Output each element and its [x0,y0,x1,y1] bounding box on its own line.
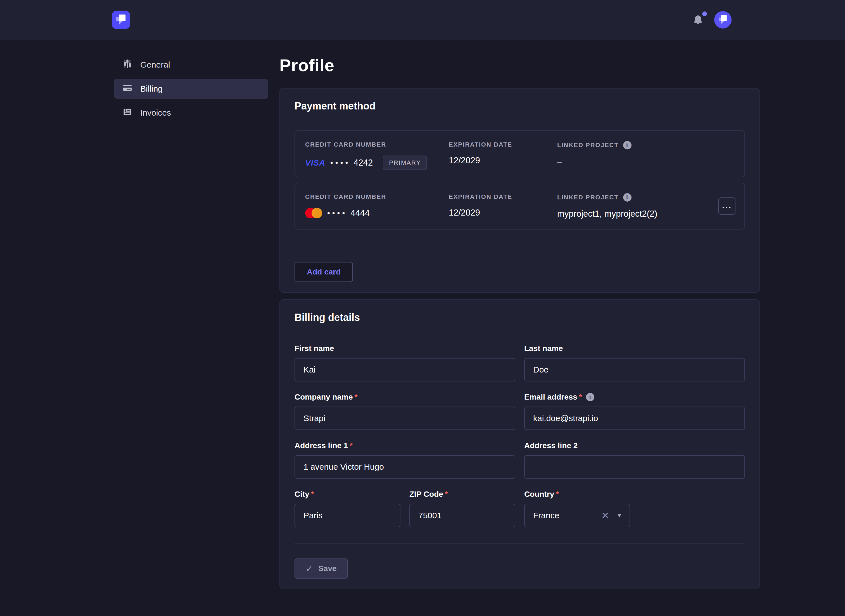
sidebar-item-invoices[interactable]: $ Invoices [114,103,268,123]
save-button-label: Save [318,564,337,573]
first-name-field[interactable] [294,358,515,381]
address-line2-group: Address line 2 [524,441,745,479]
billing-details-card: Billing details First name Last name [279,299,760,589]
linked-project-label: LINKED PROJECT i [557,193,734,202]
city-label: City * [294,490,400,499]
masked-digits: •••• [330,158,350,167]
required-asterisk: * [579,393,582,402]
zip-label: ZIP Code * [409,490,515,499]
country-select[interactable]: France ✕ ▼ [524,504,630,527]
invoice-icon: $ [122,107,132,119]
address-line1-label: Address line 1 * [294,441,515,450]
expiration-value: 12/2029 [449,155,557,166]
check-icon: ✓ [306,564,313,573]
profile-content: Profile Payment method CREDIT CARD NUMBE… [279,55,760,612]
linked-project-label-text: LINKED PROJECT [557,194,619,201]
card-number-label: CREDIT CARD NUMBER [305,141,449,148]
page-title: Profile [279,55,760,75]
avatar-strapi-mark-icon [716,13,729,27]
company-name-field[interactable] [294,406,515,430]
label-text: Company name [294,393,353,402]
empty-grid-cell [639,490,745,527]
info-icon[interactable]: i [623,193,632,202]
required-asterisk: * [354,393,358,402]
expiration-cell: EXPIRATION DATE 12/2029 [449,141,557,177]
label-text: Email address [524,393,577,402]
sidebar-item-label: Invoices [140,108,171,117]
label-text: Address line 1 [294,441,348,450]
expiration-value: 12/2029 [449,208,557,218]
label-text: Address line 2 [524,441,578,450]
address-line1-group: Address line 1 * [294,441,515,479]
card-last4: 4444 [350,208,370,218]
sliders-icon [122,59,132,71]
address-line2-field[interactable] [524,455,745,479]
city-group: City * [294,490,400,527]
chevron-down-icon[interactable]: ▼ [616,512,622,519]
card-number-label: CREDIT CARD NUMBER [305,193,449,201]
linked-project-cell: LINKED PROJECT i myproject1, myproject2(… [557,193,734,229]
mastercard-logo [305,208,322,219]
country-group: Country * France ✕ ▼ [524,490,630,527]
billing-form-grid: First name Last name Company name * [294,344,745,479]
linked-project-label: LINKED PROJECT i [557,141,734,150]
credit-card-icon [122,83,132,95]
payment-method-card: Payment method CREDIT CARD NUMBER VISA •… [279,88,760,293]
email-group: Email address * i [524,393,745,430]
info-icon[interactable]: i [623,141,632,150]
last-name-label: Last name [524,344,745,353]
card-number-cell: CREDIT CARD NUMBER VISA •••• 4242 PRIMAR… [305,141,449,177]
label-text: Country [524,490,554,499]
last-name-field[interactable] [524,358,745,381]
first-name-group: First name [294,344,515,381]
navbar-right-cluster [692,11,732,28]
company-name-group: Company name * [294,393,515,430]
card-number-value: VISA •••• 4242 PRIMARY [305,155,449,170]
notifications-button[interactable] [692,14,704,26]
card-number-value: •••• 4444 [305,208,449,219]
sidebar-item-billing[interactable]: Billing [114,79,268,99]
linked-project-cell: LINKED PROJECT i – [557,141,734,177]
city-field[interactable] [294,504,400,527]
expiration-label: EXPIRATION DATE [449,193,557,201]
card-more-actions-button[interactable]: ... [718,197,735,215]
main-layout: General Billing $ [0,40,845,612]
city-zip-country-row: City * ZIP Code * Country * [294,490,745,527]
notification-dot [702,12,707,16]
linked-project-label-text: LINKED PROJECT [557,142,619,149]
payment-method-title: Payment method [294,100,745,112]
company-name-label: Company name * [294,393,515,402]
address-line1-field[interactable] [294,455,515,479]
save-button[interactable]: ✓ Save [294,559,348,579]
sidebar-item-label: General [140,60,170,69]
billing-details-title: Billing details [294,312,745,323]
sidebar-item-label: Billing [140,84,163,94]
primary-badge: PRIMARY [383,155,427,170]
required-asterisk: * [556,490,559,499]
add-card-button[interactable]: Add card [294,262,353,282]
required-asterisk: * [350,441,353,450]
payment-divider [294,247,745,247]
email-field[interactable] [524,406,745,430]
top-navbar [0,0,845,40]
country-value: France [533,511,601,520]
masked-digits: •••• [327,208,347,217]
last-name-group: Last name [524,344,745,381]
linked-project-value: – [557,157,734,167]
user-avatar[interactable] [714,11,732,28]
credit-card-row-mastercard: CREDIT CARD NUMBER •••• 4444 EXPIRATION … [294,183,745,230]
strapi-logo-icon [113,12,129,28]
required-asterisk: * [311,490,314,499]
visa-logo: VISA [305,158,325,167]
strapi-logo[interactable] [112,10,130,29]
sidebar-item-general[interactable]: General [114,55,268,75]
zip-group: ZIP Code * [409,490,515,527]
clear-selection-icon[interactable]: ✕ [601,510,610,521]
expiration-cell: EXPIRATION DATE 12/2029 [449,193,557,229]
linked-project-value: myproject1, myproject2(2) [557,209,734,219]
info-icon[interactable]: i [586,393,594,401]
zip-field[interactable] [409,504,515,527]
card-number-cell: CREDIT CARD NUMBER •••• 4444 [305,193,449,229]
address-line2-label: Address line 2 [524,441,745,450]
country-label: Country * [524,490,630,499]
